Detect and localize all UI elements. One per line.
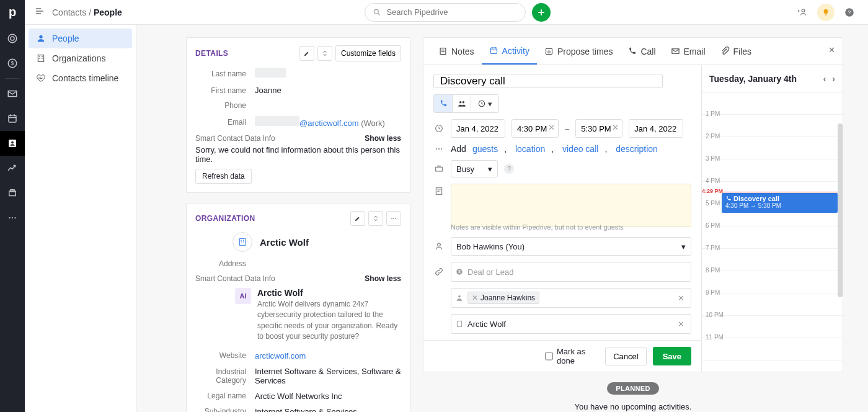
reorder-org-button[interactable] [368,211,383,226]
add-button[interactable] [532,3,551,22]
search-box[interactable] [365,3,526,22]
nav-deals[interactable]: $ [0,51,25,76]
activity-panel: Notes Activity Propose times Call Email … [423,37,843,372]
org-show-less-button[interactable]: Show less [365,274,401,283]
calendar-event[interactable]: Discovery call 4:30 PM → 5:30 PM [722,193,838,213]
show-less-button[interactable]: Show less [365,134,401,143]
calendar-column: Tuesday, January 4th ‹› 1 PM 2 PM 3 PM 4… [701,65,843,372]
calendar-day-grid[interactable]: 1 PM 2 PM 3 PM 4 PM 5 PM 6 PM 7 PM 8 PM … [702,92,843,372]
calendar-next[interactable]: › [832,74,835,84]
tab-propose-times[interactable]: Propose times [537,38,620,65]
svg-rect-27 [241,240,241,241]
svg-text:$: $ [458,269,461,274]
breadcrumb-section[interactable]: Contacts [52,7,86,17]
clear-start-time[interactable]: ✕ [548,123,555,132]
cancel-button[interactable]: Cancel [605,347,646,365]
person-icon [455,293,464,302]
start-date-input[interactable] [451,119,505,138]
legal-name-value: Arctic Wolf Networks Inc [255,392,401,401]
calendar-prev[interactable]: ‹ [823,74,826,84]
sidebar-item-people[interactable]: People [29,29,132,48]
type-call-button[interactable] [434,95,453,112]
help-icon[interactable]: ? [841,4,858,21]
reorder-fields-button[interactable] [317,46,332,61]
customize-fields-button[interactable]: Customize fields [335,45,401,61]
tab-activity[interactable]: Activity [482,38,537,65]
first-name-value[interactable]: Joanne [255,86,401,95]
svg-rect-22 [42,58,42,58]
contact-input[interactable]: ✕Joanne Hawkins ✕ [451,288,691,308]
type-more-button[interactable]: ▾ [471,95,498,112]
clear-end-time[interactable]: ✕ [612,123,619,132]
svg-point-34 [548,51,551,53]
nav-activities[interactable] [0,106,25,131]
calendar-scrollbar[interactable] [835,92,843,372]
activities-summary: PLANNED You have no upcoming activities.… [423,382,843,412]
svg-rect-21 [39,58,40,58]
add-video-link[interactable]: video call [562,144,598,154]
tab-call[interactable]: Call [620,38,663,65]
save-button[interactable]: Save [653,347,691,365]
more-org-button[interactable] [386,211,401,226]
website-link[interactable]: arcticwolf.com [255,351,306,361]
invite-icon[interactable] [794,4,811,21]
contact-chip[interactable]: ✕Joanne Hawkins [467,292,539,304]
last-name-value[interactable] [255,68,401,79]
nav-products[interactable] [0,181,25,205]
edit-fields-button[interactable] [299,46,314,61]
org-name: Arctic Wolf [260,237,309,248]
add-guests-link[interactable]: guests [472,144,498,154]
svg-point-0 [11,37,14,40]
clear-org-button[interactable]: ✕ [675,320,687,329]
mark-done-checkbox[interactable]: Mark as done [545,347,599,365]
nav-mail[interactable] [0,81,25,106]
refresh-data-button[interactable]: Refresh data [195,169,252,184]
industry-label: Industrial Category [195,367,255,385]
add-description-link[interactable]: description [616,144,658,154]
briefcase-icon [433,164,445,174]
activity-subject-input[interactable] [433,74,663,88]
email-value[interactable]: @arcticwolf.com (Work) [255,116,401,128]
first-name-label: First name [195,86,255,95]
tab-files[interactable]: Files [713,38,760,65]
menu-icon[interactable] [35,6,45,18]
smart-data-label: Smart Contact Data Info [195,134,275,143]
nav-contacts[interactable] [0,131,25,156]
add-location-link[interactable]: location [515,144,545,154]
org-input[interactable]: Arctic Wolf ✕ [451,314,691,334]
calendar-date: Tuesday, January 4th [709,74,797,84]
edit-org-button[interactable] [350,211,365,226]
svg-rect-44 [438,166,440,167]
availability-help-icon[interactable]: ? [504,164,514,174]
legal-name-label: Legal name [195,392,255,400]
nav-insights[interactable] [0,156,25,181]
clock-icon [433,123,445,133]
sidebar-item-timeline[interactable]: Contacts timeline [29,68,132,88]
end-date-input[interactable] [629,119,683,138]
clear-contact-button[interactable]: ✕ [675,293,687,303]
tab-email[interactable]: Email [663,38,713,65]
svg-point-14 [802,9,805,12]
svg-rect-26 [239,239,245,246]
notes-hint: Notes are visible within Pipedrive, but … [451,223,691,231]
availability-select[interactable]: Busy▾ [451,160,498,177]
website-label: Website [195,351,255,360]
nav-leads[interactable] [0,26,25,51]
svg-rect-19 [39,56,40,57]
svg-point-37 [462,101,464,104]
svg-point-36 [459,101,461,104]
sidebar-item-organizations[interactable]: Organizations [29,48,132,68]
subindustry-value: Internet Software & Services [255,407,401,412]
org-smart-label: Smart Contact Data Info [195,274,275,283]
org-link[interactable]: Arctic Wolf [232,232,401,252]
breadcrumb-current[interactable]: People [94,7,122,17]
owner-select[interactable]: Bob Hawkins (You)▾ [451,237,691,256]
nav-more[interactable] [0,205,25,230]
search-input[interactable] [386,7,518,17]
tips-icon[interactable] [817,4,835,21]
deal-input[interactable]: $ Deal or Lead [451,262,691,282]
close-panel-button[interactable]: ✕ [828,45,835,55]
tab-notes[interactable]: Notes [431,38,482,65]
notes-textarea[interactable] [451,184,691,227]
type-meeting-button[interactable] [453,95,471,112]
